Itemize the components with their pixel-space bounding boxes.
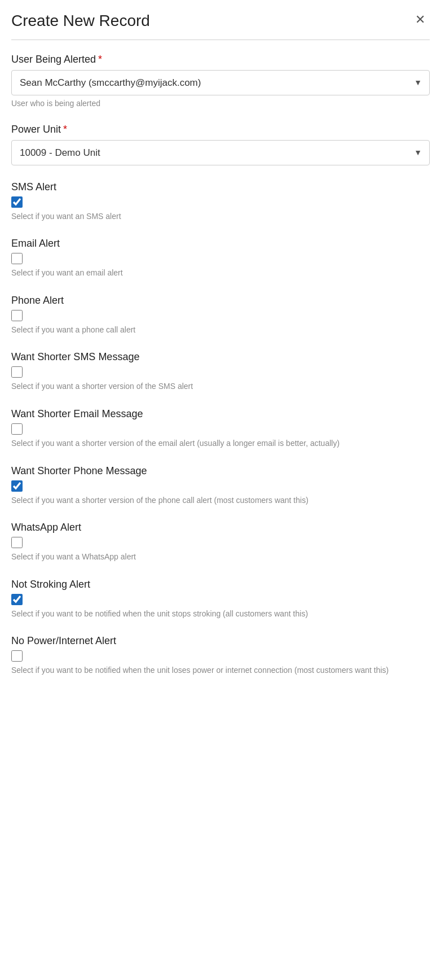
user-being-alerted-section: User Being Alerted * Sean McCarthy (smcc… [11,54,430,108]
want_shorter_email-section: Want Shorter Email MessageSelect if you … [11,408,430,449]
whatsapp_alert-row [11,537,430,548]
want_shorter_sms-section: Want Shorter SMS MessageSelect if you wa… [11,351,430,392]
sms_alert-section: SMS AlertSelect if you want an SMS alert [11,181,430,222]
user-being-alerted-wrapper: Sean McCarthy (smccarthy@myijack.com) ▼ [11,70,430,95]
not_stroking_alert-hint: Select if you want to be notified when t… [11,609,430,620]
no_power_internet_alert-checkbox[interactable] [11,650,23,662]
not_stroking_alert-row [11,594,430,605]
phone_alert-hint: Select if you want a phone call alert [11,325,430,336]
required-star-user: * [98,54,102,65]
email_alert-section: Email AlertSelect if you want an email a… [11,238,430,279]
whatsapp_alert-hint: Select if you want a WhatsApp alert [11,552,430,563]
want_shorter_email-label: Want Shorter Email Message [11,408,430,420]
close-button[interactable]: ✕ [411,11,430,28]
form-header: Create New Record ✕ [11,11,430,40]
page-title: Create New Record [11,11,150,30]
phone_alert-label: Phone Alert [11,295,430,307]
want_shorter_phone-hint: Select if you want a shorter version of … [11,495,430,506]
create-record-form: Create New Record ✕ User Being Alerted *… [0,0,441,980]
email_alert-checkbox[interactable] [11,253,23,264]
required-star-power: * [63,124,67,135]
want_shorter_sms-label: Want Shorter SMS Message [11,351,430,363]
want_shorter_phone-section: Want Shorter Phone MessageSelect if you … [11,465,430,506]
whatsapp_alert-checkbox[interactable] [11,537,23,548]
phone_alert-checkbox[interactable] [11,310,23,321]
want_shorter_sms-checkbox[interactable] [11,366,23,378]
checkboxes-container: SMS AlertSelect if you want an SMS alert… [11,181,430,676]
email_alert-row [11,253,430,264]
no_power_internet_alert-hint: Select if you want to be notified when t… [11,665,430,676]
whatsapp_alert-section: WhatsApp AlertSelect if you want a Whats… [11,522,430,563]
sms_alert-label: SMS Alert [11,181,430,193]
no_power_internet_alert-row [11,650,430,662]
power-unit-wrapper: 10009 - Demo Unit ▼ [11,140,430,165]
user-being-alerted-select[interactable]: Sean McCarthy (smccarthy@myijack.com) [11,70,430,95]
want_shorter_sms-hint: Select if you want a shorter version of … [11,381,430,392]
phone_alert-row [11,310,430,321]
user-being-alerted-label: User Being Alerted * [11,54,430,65]
phone_alert-section: Phone AlertSelect if you want a phone ca… [11,295,430,336]
want_shorter_phone-label: Want Shorter Phone Message [11,465,430,477]
not_stroking_alert-checkbox[interactable] [11,594,23,605]
want_shorter_sms-row [11,366,430,378]
whatsapp_alert-label: WhatsApp Alert [11,522,430,533]
email_alert-label: Email Alert [11,238,430,250]
want_shorter_email-checkbox[interactable] [11,423,23,435]
want_shorter_email-row [11,423,430,435]
power-unit-select[interactable]: 10009 - Demo Unit [11,140,430,165]
power-unit-label: Power Unit * [11,124,430,135]
no_power_internet_alert-label: No Power/Internet Alert [11,635,430,647]
sms_alert-row [11,196,430,208]
sms_alert-checkbox[interactable] [11,196,23,208]
no_power_internet_alert-section: No Power/Internet AlertSelect if you wan… [11,635,430,676]
power-unit-section: Power Unit * 10009 - Demo Unit ▼ [11,124,430,165]
not_stroking_alert-label: Not Stroking Alert [11,579,430,590]
email_alert-hint: Select if you want an email alert [11,268,430,279]
sms_alert-hint: Select if you want an SMS alert [11,211,430,222]
want_shorter_email-hint: Select if you want a shorter version of … [11,438,430,449]
want_shorter_phone-checkbox[interactable] [11,480,23,492]
not_stroking_alert-section: Not Stroking AlertSelect if you want to … [11,579,430,620]
want_shorter_phone-row [11,480,430,492]
user-being-alerted-hint: User who is being alerted [11,99,430,108]
